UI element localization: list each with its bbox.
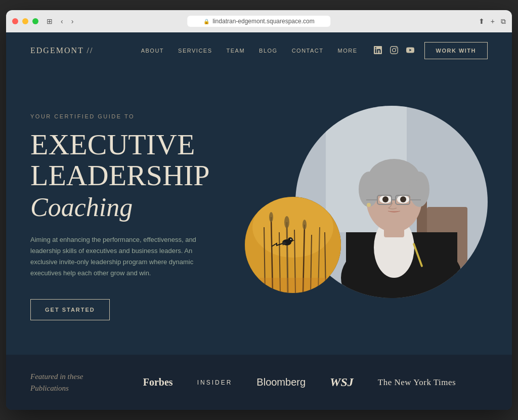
svg-rect-12 xyxy=(371,169,417,184)
linkedin-icon[interactable] xyxy=(374,46,382,56)
svg-point-40 xyxy=(288,237,293,242)
nav-about[interactable]: ABOUT xyxy=(141,48,164,54)
svg-point-22 xyxy=(367,203,371,207)
nav-services[interactable]: SERVICES xyxy=(178,48,212,54)
svg-point-36 xyxy=(269,212,273,222)
hero-text: YOUR CERTIFIED GUIDE TO EXECUTIVE LEADER… xyxy=(30,103,243,320)
nav-team[interactable]: TEAM xyxy=(227,48,245,54)
hero-title: EXECUTIVE LEADERSHIP Coaching xyxy=(30,130,243,222)
browser-actions: ⬆ + ⧉ xyxy=(479,17,506,26)
nature-image xyxy=(245,197,341,293)
forbes-logo: Forbes xyxy=(143,376,173,388)
new-tab-icon[interactable]: + xyxy=(491,17,495,25)
forward-icon[interactable]: › xyxy=(71,17,74,25)
nav-contact[interactable]: CONTACT xyxy=(292,48,324,54)
hero-section: YOUR CERTIFIED GUIDE TO EXECUTIVE LEADER… xyxy=(6,69,512,355)
title-bar: ⊞ ‹ › 🔒 lindatran-edgemont.squarespace.c… xyxy=(6,10,512,32)
insider-logo: INSIDER xyxy=(197,379,233,386)
nav-more[interactable]: MORE xyxy=(338,48,358,54)
youtube-icon[interactable] xyxy=(406,46,414,56)
svg-point-15 xyxy=(382,196,388,202)
sidebar-toggle-icon[interactable]: ⊞ xyxy=(47,17,53,25)
hero-title-line1: EXECUTIVE xyxy=(30,130,243,160)
hero-subtitle: YOUR CERTIFIED GUIDE TO xyxy=(30,113,243,119)
hero-title-line2: LEADERSHIP Coaching xyxy=(30,160,243,222)
publications-bar: Featured in these Publications Forbes IN… xyxy=(6,355,512,410)
url-text: lindatran-edgemont.squarespace.com xyxy=(212,18,314,25)
hero-title-italic: Coaching xyxy=(30,193,133,222)
close-button[interactable] xyxy=(12,18,18,24)
svg-point-16 xyxy=(400,196,406,202)
maximize-button[interactable] xyxy=(32,18,38,24)
address-bar[interactable]: 🔒 lindatran-edgemont.squarespace.com xyxy=(187,16,330,27)
svg-rect-42 xyxy=(245,278,341,293)
share-icon[interactable]: ⬆ xyxy=(479,17,485,25)
bloomberg-logo: Bloomberg xyxy=(256,376,306,388)
tabs-icon[interactable]: ⧉ xyxy=(501,17,506,26)
site-content: EDGEMONT // ABOUT SERVICES TEAM BLOG CON… xyxy=(6,32,512,410)
pub-logos: Forbes INSIDER Bloomberg WSJ The New Yor… xyxy=(111,375,488,389)
wsj-logo: WSJ xyxy=(330,375,354,389)
svg-point-37 xyxy=(284,216,289,228)
nature-svg xyxy=(245,197,341,293)
traffic-lights xyxy=(12,18,38,24)
hero-images xyxy=(243,96,488,328)
site-logo[interactable]: EDGEMONT // xyxy=(30,46,93,55)
browser-window: ⊞ ‹ › 🔒 lindatran-edgemont.squarespace.c… xyxy=(6,10,512,410)
featured-text: Featured in these Publications xyxy=(30,371,111,394)
nav-blog[interactable]: BLOG xyxy=(259,48,278,54)
nyt-logo: The New York Times xyxy=(378,377,456,388)
back-icon[interactable]: ‹ xyxy=(61,17,63,25)
get-started-button[interactable]: GET STARTED xyxy=(30,299,110,320)
nav-links: ABOUT SERVICES TEAM BLOG CONTACT MORE xyxy=(141,48,358,54)
navigation: EDGEMONT // ABOUT SERVICES TEAM BLOG CON… xyxy=(6,32,512,69)
lock-icon: 🔒 xyxy=(203,19,209,24)
hero-description: Aiming at enhancing the performance, eff… xyxy=(30,234,212,279)
svg-point-41 xyxy=(290,238,291,239)
svg-point-38 xyxy=(303,220,307,230)
minimize-button[interactable] xyxy=(22,18,28,24)
work-with-button[interactable]: WORK WITH xyxy=(424,42,488,59)
nav-social xyxy=(374,46,414,56)
nav-controls: ⊞ ‹ › xyxy=(47,17,73,25)
instagram-icon[interactable] xyxy=(390,46,398,56)
